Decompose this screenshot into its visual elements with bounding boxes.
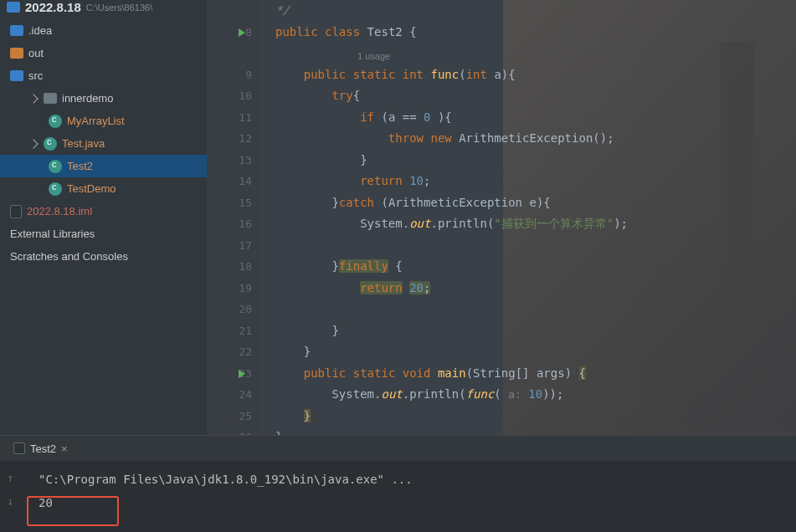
usage-hint[interactable]: 1 usage (357, 46, 390, 68)
line-number: 14 (207, 171, 259, 192)
line-number: 12 (207, 128, 259, 150)
project-sidebar: 2022.8.18 C:\Users\86136\ .ideaoutsrcinn… (0, 0, 207, 435)
code-line[interactable]: */ (259, 0, 796, 22)
code-line[interactable]: } (259, 406, 796, 427)
run-config-icon (13, 442, 25, 454)
code-line[interactable]: public static void main(String[] args) { (259, 363, 796, 385)
editor-gutter: 891011121314151617181920212223242526 (207, 0, 259, 435)
tree-item-label: Test.java (62, 137, 105, 150)
class-icon (49, 115, 62, 128)
line-number: 9 (207, 64, 259, 86)
class-icon (44, 137, 57, 151)
code-line[interactable]: return 20; (259, 278, 796, 299)
tree-item-label: innerdemo (62, 92, 113, 105)
code-line[interactable]: public static int func(int a){ (259, 64, 796, 86)
project-name: 2022.8.18 (25, 0, 81, 14)
line-number: 23 (207, 363, 259, 385)
project-path: C:\Users\86136\ (86, 3, 152, 13)
file-icon (10, 205, 22, 218)
line-number: 8 (207, 22, 259, 43)
tree-item--idea[interactable]: .idea (0, 19, 207, 42)
chevron-right-icon (28, 94, 38, 103)
line-number: 24 (207, 384, 259, 406)
line-number: 13 (207, 150, 259, 171)
code-line[interactable] (259, 235, 796, 257)
code-line[interactable]: public class Test2 { (259, 22, 796, 43)
code-area[interactable]: */public class Test2 { public static int… (259, 0, 796, 448)
code-line[interactable]: } (259, 341, 796, 363)
line-number: 15 (207, 192, 259, 214)
code-line[interactable] (259, 299, 796, 320)
folder-icon (10, 25, 23, 36)
run-gutter-icon[interactable] (239, 370, 245, 378)
line-number: 17 (207, 235, 259, 257)
tree-item-label: .idea (28, 24, 52, 37)
folder-icon (10, 70, 23, 81)
code-line[interactable] (259, 43, 796, 64)
run-gutter-icon[interactable] (239, 28, 245, 37)
line-number: 21 (207, 320, 259, 342)
console-gutter: ↑↓ (7, 466, 13, 513)
line-number: 11 (207, 107, 259, 129)
code-line[interactable]: throw new ArithmeticException(); (259, 128, 796, 150)
run-console: Test2 × ↑↓ "C:\Program Files\Java\jdk1.8… (0, 435, 796, 532)
tree-item-label: 2022.8.18.iml (27, 205, 92, 217)
chevron-right-icon (28, 139, 38, 148)
code-editor[interactable]: 891011121314151617181920212223242526 */p… (207, 0, 796, 435)
line-number (207, 43, 259, 64)
code-line[interactable]: }finally { (259, 256, 796, 278)
tree-item-label: MyArrayList (67, 115, 125, 127)
line-number: 20 (207, 299, 259, 320)
console-tab-bar: Test2 × (0, 436, 796, 461)
tree-item-innerdemo[interactable]: innerdemo (0, 87, 207, 110)
tree-item-out[interactable]: out (0, 42, 207, 64)
console-line-1: "C:\Program Files\Java\jdk1.8.0_192\bin\… (39, 468, 783, 491)
folder-icon (10, 48, 23, 59)
class-icon (49, 160, 62, 173)
console-output[interactable]: ↑↓ "C:\Program Files\Java\jdk1.8.0_192\b… (0, 461, 796, 521)
line-number (207, 0, 259, 22)
console-tab-test2[interactable]: Test2 × (13, 442, 68, 455)
tree-item-label: out (28, 47, 44, 59)
tree-item-label: src (28, 69, 43, 82)
tree-item-testdemo[interactable]: TestDemo (0, 177, 207, 200)
tree-item-label: Test2 (67, 160, 93, 172)
tree-item-2022-8-18-iml[interactable]: 2022.8.18.iml (0, 200, 207, 223)
code-line[interactable]: } (259, 150, 796, 171)
tree-item-test2[interactable]: Test2 (0, 155, 207, 177)
code-line[interactable]: System.out.println("捕获到一个算术异常"); (259, 213, 796, 235)
line-number: 18 (207, 256, 259, 278)
tree-item-label: TestDemo (67, 182, 116, 195)
line-number: 16 (207, 213, 259, 235)
class-icon (49, 182, 62, 196)
external-libraries[interactable]: External Libraries (0, 223, 207, 245)
code-line[interactable]: if (a == 0 ){ (259, 107, 796, 129)
tree-item-src[interactable]: src (0, 64, 207, 87)
line-number: 10 (207, 85, 259, 107)
tree-item-myarraylist[interactable]: MyArrayList (0, 110, 207, 132)
project-header[interactable]: 2022.8.18 C:\Users\86136\ (0, 0, 207, 18)
project-folder-icon (7, 2, 20, 13)
code-line[interactable]: } (259, 320, 796, 342)
package-icon (44, 93, 57, 104)
project-tree: .ideaoutsrcinnerdemoMyArrayListTest.java… (0, 18, 207, 223)
line-number: 19 (207, 278, 259, 299)
tree-item-test-java[interactable]: Test.java (0, 132, 207, 155)
code-line[interactable]: }catch (ArithmeticException e){ (259, 192, 796, 214)
close-icon[interactable]: × (61, 442, 68, 455)
scratches-consoles[interactable]: Scratches and Consoles (0, 245, 207, 268)
code-line[interactable]: try{ (259, 85, 796, 107)
console-line-2: 20 (39, 491, 783, 514)
line-number: 25 (207, 406, 259, 427)
line-number: 22 (207, 341, 259, 363)
code-line[interactable]: System.out.println(func( a: 10)); (259, 384, 796, 406)
code-line[interactable]: return 10; (259, 171, 796, 192)
